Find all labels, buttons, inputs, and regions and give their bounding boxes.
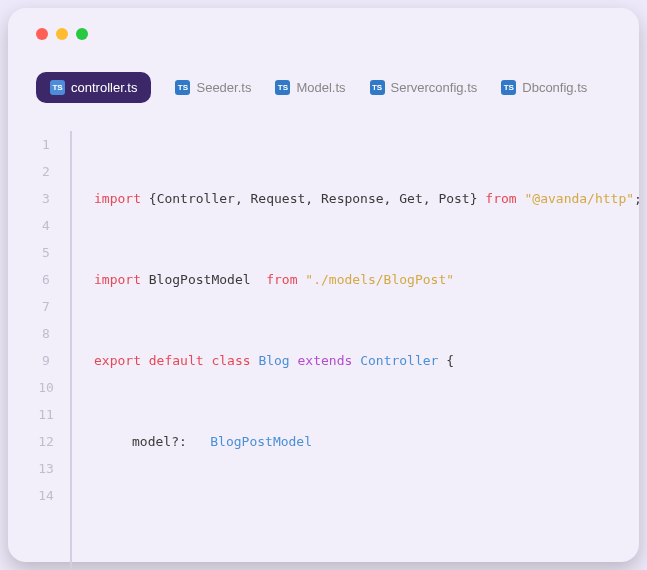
code-line: import {Controller, Request, Response, G… <box>94 185 642 212</box>
line-number: 3 <box>36 185 56 212</box>
tab-label: controller.ts <box>71 80 137 95</box>
code-line: import BlogPostModel from "./models/Blog… <box>94 266 642 293</box>
tab-label: Model.ts <box>296 80 345 95</box>
line-number: 12 <box>36 428 56 455</box>
tab-model[interactable]: TS Model.ts <box>275 80 345 95</box>
line-number: 13 <box>36 455 56 482</box>
tab-label: Seeder.ts <box>196 80 251 95</box>
line-number: 10 <box>36 374 56 401</box>
code-body[interactable]: import {Controller, Request, Response, G… <box>72 131 642 570</box>
editor-window: TS controller.ts TS Seeder.ts TS Model.t… <box>8 8 639 562</box>
maximize-icon[interactable] <box>76 28 88 40</box>
tab-dbconfig[interactable]: TS Dbconfig.ts <box>501 80 587 95</box>
line-number: 5 <box>36 239 56 266</box>
tab-serverconfig[interactable]: TS Serverconfig.ts <box>370 80 478 95</box>
code-line <box>94 509 642 536</box>
line-gutter: 1 2 3 4 5 6 7 8 9 10 11 12 13 14 <box>36 131 72 570</box>
code-editor: 1 2 3 4 5 6 7 8 9 10 11 12 13 14 import … <box>36 131 611 570</box>
tab-label: Serverconfig.ts <box>391 80 478 95</box>
tab-seeder[interactable]: TS Seeder.ts <box>175 80 251 95</box>
typescript-icon: TS <box>370 80 385 95</box>
tab-label: Dbconfig.ts <box>522 80 587 95</box>
code-line: export default class Blog extends Contro… <box>94 347 642 374</box>
typescript-icon: TS <box>50 80 65 95</box>
line-number: 2 <box>36 158 56 185</box>
line-number: 11 <box>36 401 56 428</box>
code-line: model?: BlogPostModel <box>94 428 642 455</box>
line-number: 6 <box>36 266 56 293</box>
minimize-icon[interactable] <box>56 28 68 40</box>
close-icon[interactable] <box>36 28 48 40</box>
tab-bar: TS controller.ts TS Seeder.ts TS Model.t… <box>36 72 611 103</box>
traffic-lights <box>36 28 611 40</box>
typescript-icon: TS <box>275 80 290 95</box>
line-number: 8 <box>36 320 56 347</box>
line-number: 1 <box>36 131 56 158</box>
typescript-icon: TS <box>501 80 516 95</box>
line-number: 14 <box>36 482 56 509</box>
line-number: 4 <box>36 212 56 239</box>
line-number: 7 <box>36 293 56 320</box>
line-number: 9 <box>36 347 56 374</box>
tab-controller[interactable]: TS controller.ts <box>36 72 151 103</box>
typescript-icon: TS <box>175 80 190 95</box>
